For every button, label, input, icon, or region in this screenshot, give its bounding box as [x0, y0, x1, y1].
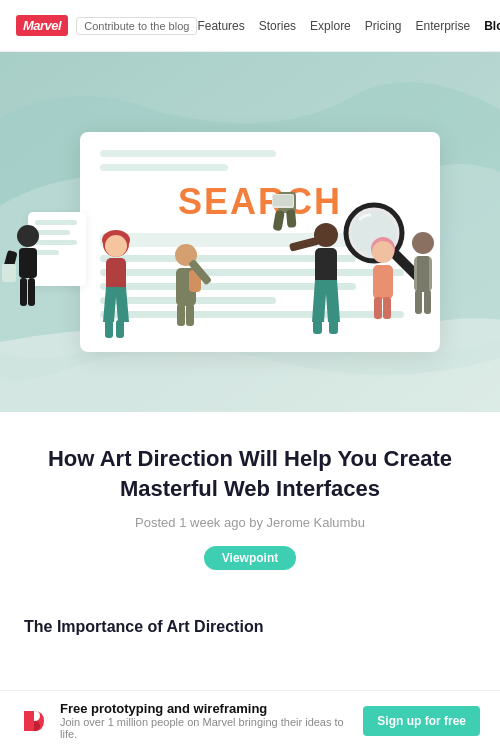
- footer-cta-button[interactable]: Sign up for free: [363, 706, 480, 736]
- svg-rect-35: [415, 290, 422, 314]
- article-tag[interactable]: Viewpoint: [204, 546, 296, 570]
- nav-features[interactable]: Features: [197, 19, 244, 33]
- contribute-link[interactable]: Contribute to the blog: [76, 17, 197, 35]
- svg-point-28: [372, 241, 394, 263]
- svg-rect-7: [28, 278, 35, 306]
- svg-point-4: [17, 225, 39, 247]
- svg-point-32: [412, 232, 434, 254]
- svg-rect-9: [2, 264, 16, 282]
- svg-rect-31: [383, 297, 391, 319]
- footer-main-text: Free prototyping and wireframing: [60, 701, 351, 716]
- svg-rect-14: [105, 320, 113, 338]
- svg-rect-40: [286, 209, 297, 228]
- svg-rect-26: [289, 236, 320, 251]
- nav-explore[interactable]: Explore: [310, 19, 351, 33]
- card-top-lines: [100, 150, 420, 171]
- card-line: [100, 164, 228, 171]
- svg-rect-15: [116, 320, 124, 338]
- card-line: [100, 150, 276, 157]
- logo[interactable]: Marvel: [16, 15, 68, 36]
- svg-rect-19: [177, 304, 185, 326]
- hero-illustration: SEARCH: [0, 52, 500, 412]
- svg-rect-30: [374, 297, 382, 319]
- people-illustration: [0, 192, 500, 412]
- footer-text: Free prototyping and wireframing Join ov…: [60, 701, 351, 740]
- svg-rect-29: [373, 265, 393, 299]
- section-heading: The Importance of Art Direction: [0, 618, 500, 650]
- nav-pricing[interactable]: Pricing: [365, 19, 402, 33]
- article-section: How Art Direction Will Help You Create M…: [0, 412, 500, 618]
- navbar-links: Features Stories Explore Pricing Enterpr…: [197, 14, 500, 38]
- svg-rect-39: [273, 210, 285, 231]
- svg-rect-42: [273, 195, 293, 206]
- nav-stories[interactable]: Stories: [259, 19, 296, 33]
- nav-enterprise[interactable]: Enterprise: [415, 19, 470, 33]
- article-meta: Posted 1 week ago by Jerome Kalumbu: [24, 515, 476, 530]
- logo-area: Marvel Contribute to the blog: [16, 15, 197, 36]
- svg-rect-24: [313, 320, 322, 334]
- article-title: How Art Direction Will Help You Create M…: [24, 444, 476, 503]
- svg-rect-20: [186, 304, 194, 326]
- navbar: Marvel Contribute to the blog Features S…: [0, 0, 500, 52]
- svg-point-12: [105, 235, 127, 257]
- svg-rect-34: [417, 256, 429, 292]
- nav-blog[interactable]: Blog: [484, 19, 500, 33]
- footer-bar: Free prototyping and wireframing Join ov…: [0, 690, 500, 750]
- svg-rect-6: [20, 278, 27, 306]
- svg-rect-25: [329, 320, 338, 334]
- svg-rect-36: [424, 290, 431, 314]
- footer-logo: [20, 707, 48, 735]
- svg-rect-5: [19, 248, 37, 278]
- footer-sub-text: Join over 1 million people on Marvel bri…: [60, 716, 351, 740]
